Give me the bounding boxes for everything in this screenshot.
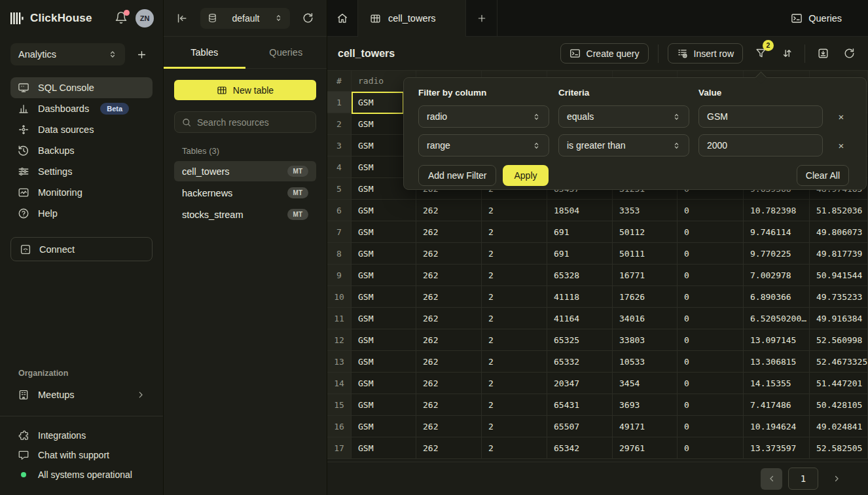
- tab-tables[interactable]: Tables: [164, 37, 245, 68]
- table-cell[interactable]: GSM: [352, 308, 416, 329]
- table-cell[interactable]: 7.002978: [744, 265, 810, 286]
- table-cell[interactable]: 52.4673325: [810, 351, 868, 373]
- table-cell[interactable]: 9.770225: [744, 243, 810, 265]
- table-cell[interactable]: 262: [416, 351, 482, 373]
- next-page-button[interactable]: [825, 468, 847, 490]
- table-cell[interactable]: 2: [482, 416, 547, 437]
- table-cell[interactable]: GSM: [352, 286, 416, 308]
- column-header[interactable]: #: [327, 71, 352, 92]
- table-cell[interactable]: 2: [482, 329, 547, 351]
- sort-button[interactable]: [778, 45, 795, 62]
- table-cell[interactable]: 17626: [613, 286, 678, 308]
- connect-button[interactable]: Connect: [10, 237, 153, 261]
- table-cell[interactable]: GSM: [352, 394, 416, 416]
- table-cell[interactable]: 51.852036: [810, 200, 868, 221]
- table-cell[interactable]: 50111: [613, 243, 678, 265]
- table-cell[interactable]: 2: [482, 373, 547, 394]
- table-cell[interactable]: 65328: [547, 265, 613, 286]
- table-cell[interactable]: 49.916384: [810, 308, 868, 329]
- notifications-button[interactable]: [115, 11, 129, 26]
- table-cell[interactable]: 33803: [613, 329, 678, 351]
- table-cell[interactable]: 2: [482, 394, 547, 416]
- home-tab[interactable]: [327, 0, 358, 37]
- refresh-tables-button[interactable]: [302, 12, 315, 25]
- table-cell[interactable]: 13.097145: [744, 329, 810, 351]
- sidebar-item-help[interactable]: Help: [10, 203, 153, 224]
- search-input[interactable]: [197, 117, 316, 128]
- table-cell[interactable]: 52.582505: [810, 437, 868, 459]
- sidebar-item-settings[interactable]: Settings: [10, 161, 153, 182]
- table-cell[interactable]: 50112: [613, 221, 678, 243]
- table-cell[interactable]: 49171: [613, 416, 678, 437]
- queries-button[interactable]: Queries: [791, 12, 842, 24]
- add-filter-button[interactable]: Add new Filter: [418, 165, 496, 186]
- insert-row-button[interactable]: Insert row: [668, 43, 743, 64]
- table-list-item-cell-towers[interactable]: cell_towers MT: [174, 161, 316, 181]
- table-cell[interactable]: 50.941544: [810, 265, 868, 286]
- table-cell[interactable]: 20347: [547, 373, 613, 394]
- table-cell[interactable]: 691: [547, 221, 613, 243]
- filter-criteria-select[interactable]: equals: [558, 105, 689, 128]
- table-cell[interactable]: 0: [678, 286, 744, 308]
- filter-value-input[interactable]: [698, 134, 823, 156]
- new-table-button[interactable]: New table: [174, 80, 316, 100]
- table-cell[interactable]: 49.024841: [810, 416, 868, 437]
- table-cell[interactable]: 3353: [613, 200, 678, 221]
- remove-filter-button[interactable]: ×: [832, 111, 850, 122]
- current-page[interactable]: 1: [788, 468, 818, 490]
- table-cell[interactable]: 262: [416, 286, 482, 308]
- table-cell[interactable]: 65325: [547, 329, 613, 351]
- table-cell[interactable]: GSM: [352, 437, 416, 459]
- table-cell[interactable]: GSM: [352, 329, 416, 351]
- table-cell[interactable]: 0: [678, 437, 744, 459]
- table-cell[interactable]: 50.428105: [810, 394, 868, 416]
- avatar[interactable]: ZN: [136, 9, 154, 28]
- table-list-item-stocks-stream[interactable]: stocks_stream MT: [174, 204, 316, 225]
- filter-column-select[interactable]: range: [418, 134, 549, 156]
- table-cell[interactable]: 262: [416, 221, 482, 243]
- table-cell[interactable]: 10.782398: [744, 200, 810, 221]
- table-cell[interactable]: 262: [416, 243, 482, 265]
- table-cell[interactable]: 9.746114: [744, 221, 810, 243]
- table-cell[interactable]: 2: [482, 286, 547, 308]
- sidebar-item-backups[interactable]: Backups: [10, 140, 153, 161]
- table-cell[interactable]: GSM: [352, 373, 416, 394]
- table-cell[interactable]: 13.373597: [744, 437, 810, 459]
- table-cell[interactable]: GSM: [352, 351, 416, 373]
- table-cell[interactable]: 2: [482, 351, 547, 373]
- filter-button[interactable]: 2: [752, 45, 769, 62]
- table-cell[interactable]: 2: [482, 200, 547, 221]
- sidebar-item-sql-console[interactable]: SQL Console: [10, 77, 153, 98]
- table-cell[interactable]: 0: [678, 329, 744, 351]
- table-cell[interactable]: 262: [416, 329, 482, 351]
- table-cell[interactable]: 16771: [613, 265, 678, 286]
- table-cell[interactable]: 0: [678, 221, 744, 243]
- tab-queries[interactable]: Queries: [245, 37, 327, 68]
- table-cell[interactable]: 2: [482, 221, 547, 243]
- table-cell[interactable]: 41164: [547, 308, 613, 329]
- sidebar-item-monitoring[interactable]: Monitoring: [10, 182, 153, 203]
- workspace-select[interactable]: Analytics: [10, 43, 125, 65]
- sidebar-item-data-sources[interactable]: Data sources: [10, 119, 153, 140]
- table-cell[interactable]: 65507: [547, 416, 613, 437]
- sidebar-item-integrations[interactable]: Integrations: [10, 426, 153, 445]
- filter-value-input[interactable]: [698, 105, 823, 128]
- table-cell[interactable]: 6.890366: [744, 286, 810, 308]
- table-cell[interactable]: 262: [416, 200, 482, 221]
- table-cell[interactable]: 29761: [613, 437, 678, 459]
- table-cell[interactable]: GSM: [352, 243, 416, 265]
- table-cell[interactable]: 2: [482, 437, 547, 459]
- table-cell[interactable]: 34016: [613, 308, 678, 329]
- table-cell[interactable]: 6.52050200…: [744, 308, 810, 329]
- database-select[interactable]: default: [200, 8, 290, 29]
- table-cell[interactable]: 0: [678, 308, 744, 329]
- table-cell[interactable]: 10.194624: [744, 416, 810, 437]
- table-cell[interactable]: 262: [416, 308, 482, 329]
- table-cell[interactable]: GSM: [352, 416, 416, 437]
- table-cell[interactable]: 2: [482, 265, 547, 286]
- table-cell[interactable]: 3454: [613, 373, 678, 394]
- table-cell[interactable]: GSM: [352, 200, 416, 221]
- table-cell[interactable]: 52.560998: [810, 329, 868, 351]
- table-cell[interactable]: 262: [416, 373, 482, 394]
- remove-filter-button[interactable]: ×: [832, 140, 850, 151]
